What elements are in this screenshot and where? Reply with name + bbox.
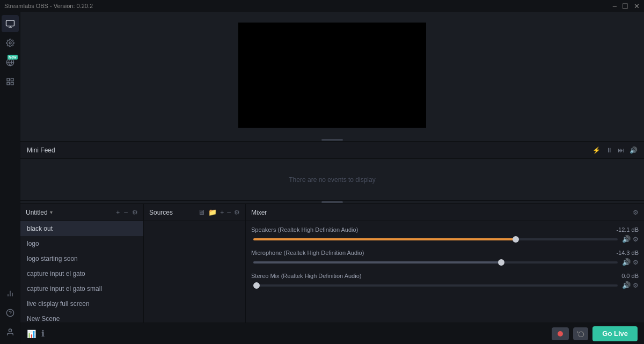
sources-panel: Sources 🖥 📁 + – ⚙ (144, 204, 246, 323)
mixer-item-db: -12.1 dB (616, 226, 639, 233)
scene-item[interactable]: New Scene (20, 311, 143, 323)
mixer-item-stereo: Stereo Mix (Realtek High Definition Audi… (246, 270, 644, 291)
mixer-slider[interactable] (253, 261, 618, 264)
close-button[interactable]: ✕ (634, 2, 640, 10)
remove-scene-button[interactable]: – (124, 209, 128, 216)
stereo-mute-icon[interactable]: 🔊 (622, 281, 631, 289)
mixer-item-name: Speakers (Realtek High Definition Audio) (251, 226, 358, 233)
mixer-controls-row: 🔊 ⚙ (251, 235, 639, 243)
svg-point-15 (9, 329, 11, 332)
mixer-body: Speakers (Realtek High Definition Audio)… (246, 221, 644, 323)
maximize-button[interactable]: ☐ (622, 2, 628, 10)
sidebar-item-settings[interactable] (2, 34, 19, 52)
skip-icon[interactable]: ⏭ (618, 147, 624, 154)
sources-header: Sources 🖥 📁 + – ⚙ (144, 204, 245, 221)
handle-bar2 (321, 201, 343, 203)
sidebar-item-user[interactable] (2, 324, 19, 341)
mixer-item-top: Speakers (Realtek High Definition Audio)… (251, 226, 639, 233)
bottom-panel: Untitled ▾ + – ⚙ black out logo logo sta… (20, 203, 644, 323)
add-scene-button[interactable]: + (116, 209, 120, 216)
svg-rect-8 (7, 82, 10, 85)
go-live-button[interactable]: Go Live (592, 326, 638, 341)
info-icon[interactable]: ℹ (41, 328, 45, 339)
scene-item[interactable]: logo (20, 236, 143, 251)
mini-feed-title: Mini Feed (27, 147, 55, 154)
record-button[interactable] (552, 327, 569, 340)
mixer-slider[interactable] (253, 284, 618, 287)
sidebar-item-help[interactable] (2, 304, 19, 321)
scenes-actions: + – ⚙ (116, 209, 138, 216)
mixer-slider-thumb (498, 259, 504, 266)
sidebar-item-layout[interactable] (2, 73, 19, 90)
sidebar-item-stream[interactable] (2, 15, 19, 32)
mixer-item-top: Microphone (Realtek High Definition Audi… (251, 250, 639, 256)
stats-chart-icon[interactable]: 📊 (27, 330, 36, 338)
sources-title: Sources (149, 209, 173, 216)
footer-left: 📊 ℹ (27, 328, 45, 339)
mixer-controls-row: 🔊 ⚙ (251, 258, 639, 266)
mic-mute-icon[interactable]: 🔊 (622, 258, 631, 266)
minimize-button[interactable]: – (613, 2, 617, 10)
sidebar-item-globe[interactable]: New (2, 54, 19, 71)
pause-icon[interactable]: ⏸ (606, 147, 612, 154)
mini-feed: Mini Feed ⚡ ⏸ ⏭ 🔊 There are no events to… (20, 141, 644, 200)
mixer-settings-button[interactable]: ⚙ (633, 209, 639, 216)
mini-feed-body: There are no events to display (20, 159, 644, 200)
svg-rect-9 (11, 82, 13, 85)
preview-area (20, 12, 644, 138)
mixer-title: Mixer (251, 209, 267, 216)
sources-folder-icon[interactable]: 📁 (208, 208, 217, 216)
sources-body (144, 221, 245, 323)
remove-source-button[interactable]: – (227, 209, 231, 216)
mixer-slider-thumb (253, 282, 260, 289)
mixer-slider[interactable] (253, 238, 618, 240)
speakers-mute-icon[interactable]: 🔊 (622, 235, 631, 243)
svg-point-3 (9, 42, 11, 44)
svg-rect-6 (7, 78, 10, 81)
mixer-header: Mixer ⚙ (246, 204, 644, 221)
speakers-settings-icon[interactable]: ⚙ (633, 236, 639, 243)
window-controls[interactable]: – ☐ ✕ (613, 2, 640, 10)
rec-dot (558, 331, 563, 336)
mixer-controls-row: 🔊 ⚙ (251, 281, 639, 289)
mini-feed-controls: ⚡ ⏸ ⏭ 🔊 (592, 147, 638, 154)
scenes-list: black out logo logo starting soon captur… (20, 221, 143, 323)
scene-item[interactable]: logo starting soon (20, 251, 143, 266)
mixer-slider-fill (253, 261, 501, 264)
sources-actions: 🖥 📁 + – ⚙ (198, 208, 240, 216)
scene-item[interactable]: capture input el gato (20, 266, 143, 281)
add-source-button[interactable]: + (220, 209, 224, 216)
scenes-title-group[interactable]: Untitled ▾ (26, 209, 53, 216)
app-title: Streamlabs OBS - Version: 0.20.2 (4, 3, 93, 9)
reset-button[interactable] (573, 327, 588, 340)
svg-rect-7 (11, 78, 13, 81)
source-settings-button[interactable]: ⚙ (234, 209, 240, 216)
filter-icon[interactable]: ⚡ (592, 147, 601, 154)
mixer-item-name: Stereo Mix (Realtek High Definition Audi… (251, 273, 361, 279)
scene-settings-button[interactable]: ⚙ (132, 209, 138, 216)
footer: 📊 ℹ Go Live (20, 323, 644, 344)
scenes-panel: Untitled ▾ + – ⚙ black out logo logo sta… (20, 204, 144, 323)
svg-rect-0 (6, 20, 14, 26)
sources-monitor-icon[interactable]: 🖥 (198, 208, 205, 216)
preview-screen (238, 23, 426, 128)
handle-bar (321, 139, 343, 141)
footer-right: Go Live (552, 326, 638, 341)
mixer-item-name: Microphone (Realtek High Definition Audi… (251, 250, 364, 256)
stereo-settings-icon[interactable]: ⚙ (633, 282, 639, 289)
sidebar-item-stats[interactable] (2, 285, 19, 302)
mixer-slider-fill (253, 238, 516, 240)
new-badge: New (8, 55, 17, 60)
scene-item[interactable]: capture input el gato small (20, 281, 143, 296)
scene-item[interactable]: live display full screen (20, 296, 143, 311)
mixer-item-db: 0.0 dB (621, 273, 639, 279)
scenes-header: Untitled ▾ + – ⚙ (20, 204, 143, 221)
mic-settings-icon[interactable]: ⚙ (633, 259, 639, 266)
scenes-dropdown-arrow[interactable]: ▾ (50, 209, 53, 215)
scene-item[interactable]: black out (20, 221, 143, 236)
mixer-item-db: -14.3 dB (616, 250, 639, 256)
mixer-item-speakers: Speakers (Realtek High Definition Audio)… (246, 224, 644, 245)
volume-icon[interactable]: 🔊 (630, 147, 638, 154)
empty-message: There are no events to display (289, 176, 375, 184)
mixer-item-microphone: Microphone (Realtek High Definition Audi… (246, 247, 644, 268)
